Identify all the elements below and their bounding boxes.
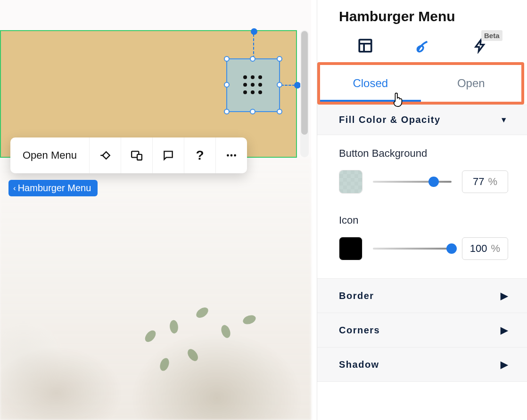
slider-thumb[interactable]: [428, 177, 439, 187]
help-button[interactable]: ?: [184, 137, 216, 173]
interactions-mode-button[interactable]: Beta: [473, 38, 487, 54]
element-toolbar: Open Menu ?: [10, 137, 247, 173]
icon-row: 100 %: [339, 237, 508, 260]
anchor-handle-right[interactable]: [294, 82, 301, 89]
animation-button[interactable]: [90, 137, 121, 173]
design-mode-button[interactable]: [415, 38, 431, 54]
resize-handle[interactable]: [224, 56, 230, 62]
icon-swatch[interactable]: [339, 237, 362, 260]
resize-handle[interactable]: [277, 56, 282, 62]
button-background-row: 77 %: [339, 170, 508, 194]
guide-line-horizontal: [281, 85, 295, 86]
selected-element-hamburger-button[interactable]: [226, 58, 280, 112]
svg-point-4: [234, 154, 236, 157]
chevron-down-icon: ▼: [500, 116, 508, 124]
scrollbar-thumb[interactable]: [301, 31, 308, 135]
anchor-handle-top[interactable]: [251, 28, 257, 35]
tab-open-label: Open: [457, 77, 485, 90]
design-panel: Hamburger Menu Beta Closed Open Fill Col…: [317, 0, 527, 420]
section-shadow-label: Shadow: [339, 359, 379, 370]
breadcrumb[interactable]: ‹ Hamburger Menu: [8, 180, 98, 196]
resize-handle[interactable]: [224, 82, 230, 88]
panel-mode-row: Beta: [317, 24, 527, 62]
canvas-foliage: [141, 301, 302, 396]
button-background-swatch[interactable]: [339, 170, 362, 194]
guide-line-vertical: [253, 34, 254, 58]
responsive-button[interactable]: [121, 137, 153, 173]
breadcrumb-label: Hamburger Menu: [18, 183, 91, 194]
icon-label: Icon: [339, 214, 508, 226]
resize-handle[interactable]: [277, 82, 282, 88]
button-background-opacity-slider[interactable]: [373, 181, 452, 183]
state-tabs: Closed Open: [320, 65, 521, 102]
resize-handle[interactable]: [250, 109, 255, 114]
svg-rect-5: [359, 40, 371, 52]
beta-badge: Beta: [481, 30, 502, 41]
section-border-label: Border: [339, 291, 374, 301]
opacity-unit: %: [488, 176, 497, 188]
state-tabs-highlight: Closed Open: [317, 62, 524, 105]
icon-opacity-slider[interactable]: [373, 248, 452, 250]
panel-title: Hamburger Menu: [317, 0, 527, 24]
tab-closed[interactable]: Closed: [320, 65, 421, 102]
comment-button[interactable]: [153, 137, 184, 173]
svg-point-3: [231, 154, 233, 157]
chevron-right-icon: ▶: [501, 359, 509, 370]
section-fill-header[interactable]: Fill Color & Opacity ▼: [317, 105, 527, 135]
canvas-scrollbar[interactable]: [300, 30, 309, 157]
opacity-value: 100: [470, 242, 487, 255]
opacity-unit: %: [491, 242, 501, 255]
section-fill-body: Button Background 77 % Icon 100 %: [317, 135, 527, 278]
chevron-right-icon: ▶: [501, 290, 509, 301]
icon-opacity-input[interactable]: 100 %: [462, 237, 508, 260]
tab-closed-label: Closed: [353, 77, 388, 90]
open-menu-button[interactable]: Open Menu: [10, 137, 90, 173]
chevron-right-icon: ▶: [501, 324, 509, 336]
section-corners-label: Corners: [339, 325, 380, 336]
svg-point-2: [227, 154, 229, 157]
layout-mode-button[interactable]: [357, 38, 373, 54]
button-background-opacity-input[interactable]: 77 %: [462, 170, 508, 193]
section-border[interactable]: Border ▶: [317, 278, 527, 313]
slider-thumb[interactable]: [446, 243, 457, 254]
resize-handle[interactable]: [250, 56, 255, 62]
chevron-left-icon: ‹: [13, 184, 16, 193]
tab-open[interactable]: Open: [421, 65, 522, 102]
section-shadow[interactable]: Shadow ▶: [317, 347, 527, 382]
more-options-button[interactable]: [216, 137, 247, 173]
grid-dots-icon: [243, 75, 263, 95]
resize-handle[interactable]: [224, 109, 230, 114]
button-background-label: Button Background: [339, 147, 508, 160]
canvas-area[interactable]: Open Menu ? ‹ Hamburger Menu: [0, 0, 311, 420]
svg-rect-1: [137, 154, 142, 160]
section-corners[interactable]: Corners ▶: [317, 313, 527, 347]
section-fill-title: Fill Color & Opacity: [339, 114, 441, 125]
resize-handle[interactable]: [277, 109, 282, 114]
open-menu-label: Open Menu: [23, 149, 77, 162]
opacity-value: 77: [473, 176, 484, 188]
